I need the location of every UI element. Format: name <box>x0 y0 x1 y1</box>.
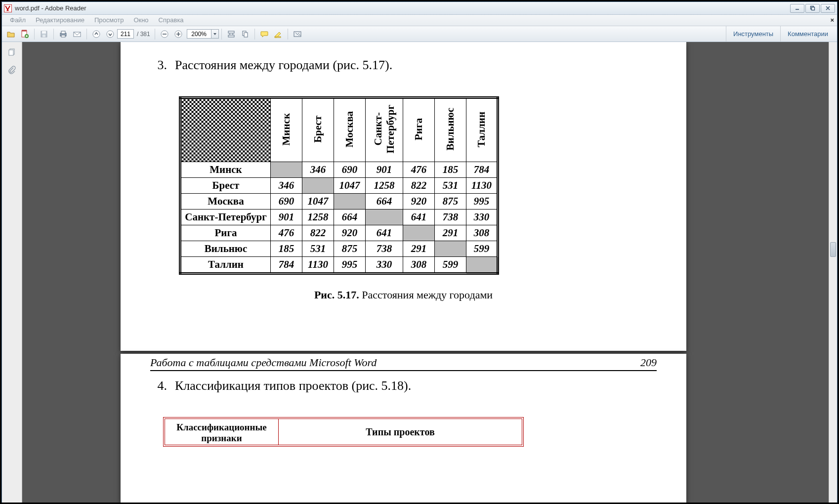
menu-window[interactable]: Окно <box>128 15 153 26</box>
read-mode-button[interactable] <box>291 28 304 40</box>
document-viewport[interactable]: 3. Расстояния между городами (рис. 5.17)… <box>22 42 837 503</box>
doc-close-icon[interactable]: × <box>830 16 834 24</box>
menu-file[interactable]: Файл <box>5 15 31 26</box>
zoom-in-button[interactable] <box>172 28 185 40</box>
toolbar: / 381 200% Инструменты Комментарии <box>2 26 837 42</box>
zoom-out-button[interactable] <box>158 28 171 40</box>
menu-view[interactable]: Просмотр <box>89 15 128 26</box>
svg-rect-11 <box>61 35 65 37</box>
highlight-button[interactable] <box>272 28 285 40</box>
svg-rect-22 <box>275 37 281 38</box>
page-total-label: / 381 <box>137 31 150 38</box>
svg-rect-10 <box>61 31 65 34</box>
thumbnails-icon[interactable] <box>5 46 18 59</box>
svg-rect-8 <box>42 35 45 37</box>
close-button[interactable] <box>821 4 835 13</box>
titlebar: word.pdf - Adobe Reader <box>2 2 837 15</box>
minimize-button[interactable] <box>790 4 804 13</box>
comments-tab[interactable]: Комментарии <box>780 26 835 42</box>
svg-point-14 <box>107 31 114 38</box>
zoom-display[interactable]: 200% <box>187 29 211 39</box>
rotate-button[interactable] <box>239 28 252 40</box>
svg-rect-18 <box>228 31 234 33</box>
list-number: 4. <box>150 378 167 393</box>
maximize-button[interactable] <box>805 4 820 13</box>
scrollbar[interactable] <box>829 42 837 503</box>
email-button[interactable] <box>71 28 84 40</box>
svg-rect-25 <box>9 50 13 55</box>
nav-sidebar <box>2 42 22 503</box>
types-col2: Типы проектов <box>279 419 522 445</box>
save-button[interactable] <box>38 28 50 40</box>
page-header: Работа с таблицами средствами Microsoft … <box>150 356 657 371</box>
types-table-header: Классификационные признаки Типы проектов <box>163 417 524 447</box>
adobe-reader-icon <box>4 4 12 12</box>
page-number-input[interactable] <box>117 29 134 39</box>
open-button[interactable] <box>4 28 17 40</box>
window-title: word.pdf - Adobe Reader <box>15 4 86 12</box>
svg-rect-23 <box>294 32 301 37</box>
svg-rect-3 <box>812 7 815 10</box>
comment-button[interactable] <box>258 28 271 40</box>
list-number: 3. <box>150 58 167 73</box>
list-text: Классификация типов проектов (рис. 5.18)… <box>175 378 411 393</box>
snapshot-button[interactable] <box>225 28 238 40</box>
menu-help[interactable]: Справка <box>154 15 189 26</box>
tools-tab[interactable]: Инструменты <box>726 26 780 42</box>
pdf-page: 3. Расстояния между городами (рис. 5.17)… <box>121 42 686 351</box>
print-button[interactable] <box>57 28 70 40</box>
svg-rect-19 <box>228 35 234 37</box>
svg-rect-21 <box>244 33 248 37</box>
list-text: Расстояния между городами (рис. 5.17). <box>175 58 392 73</box>
svg-rect-7 <box>42 31 46 34</box>
page-down-button[interactable] <box>104 28 117 40</box>
scrollbar-thumb[interactable] <box>830 242 836 257</box>
content-area: 3. Расстояния между городами (рис. 5.17)… <box>2 42 837 503</box>
export-pdf-button[interactable] <box>18 28 31 40</box>
types-col1: Классификационные признаки <box>165 419 279 445</box>
zoom-dropdown-button[interactable] <box>211 29 219 39</box>
pdf-page: Работа с таблицами средствами Microsoft … <box>121 354 686 503</box>
menu-edit[interactable]: Редактирование <box>31 15 89 26</box>
header-page-number: 209 <box>640 356 657 369</box>
list-item-3: 3. Расстояния между городами (рис. 5.17)… <box>150 58 686 73</box>
list-item-4: 4. Классификация типов проектов (рис. 5.… <box>150 378 686 393</box>
menubar: Файл Редактирование Просмотр Окно Справк… <box>2 15 837 26</box>
figure-caption: Рис. 5.17. Расстояния между городами <box>121 289 686 301</box>
header-left: Работа с таблицами средствами Microsoft … <box>150 356 377 369</box>
svg-point-13 <box>93 31 100 38</box>
caption-label: Рис. 5.17. <box>314 289 359 301</box>
caption-text: Расстояния между городами <box>359 289 493 301</box>
distance-table: МинскБрестМоскваСанкт- ПетербургРигаВиль… <box>179 96 512 275</box>
page-up-button[interactable] <box>90 28 103 40</box>
attachments-icon[interactable] <box>5 64 18 77</box>
